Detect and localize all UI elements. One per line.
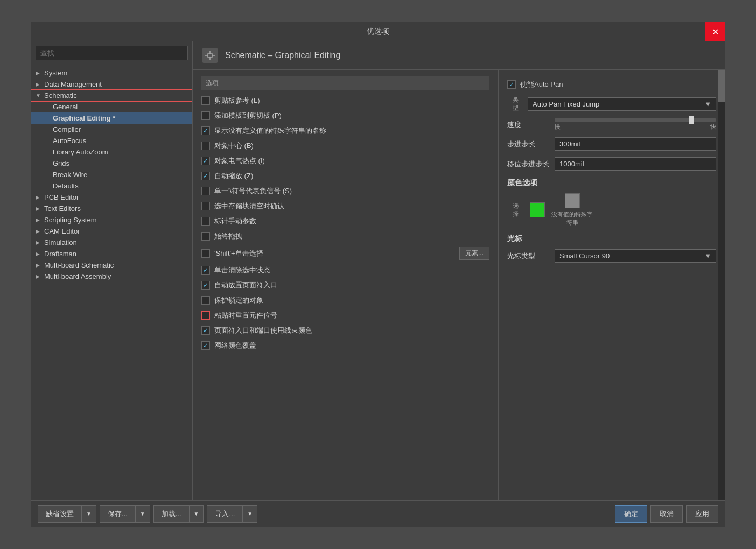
type-row: 类型 Auto Pan Fixed Jump ▼ <box>507 93 716 115</box>
elements-button[interactable]: 元素... <box>459 247 489 260</box>
option-row-shift-click: 'Shift'+单击选择元素... <box>201 244 489 263</box>
sidebar-item-compiler[interactable]: Compiler <box>31 124 192 135</box>
bottom-bar: 缺省设置 ▼ 保存... ▼ 加载... ▼ 导入... ▼ 确定 取消 应用 <box>31 500 725 527</box>
option-label-always-drag: 始终拖拽 <box>214 231 242 241</box>
option-label-auto-place: 自动放置页面符入口 <box>214 280 277 290</box>
section1-header: 选项 <box>201 76 489 90</box>
option-row-auto-zoom: 自动缩放 (Z) <box>201 168 489 184</box>
checkbox-clipboard-ref[interactable] <box>201 96 210 105</box>
option-row-clipboard-ref: 剪贴板参考 (L) <box>201 93 489 108</box>
import-arrow[interactable]: ▼ <box>242 505 257 523</box>
settings-scrollbar[interactable] <box>718 70 725 500</box>
content-header: Schematic – Graphical Editing <box>193 41 725 70</box>
load-arrow[interactable]: ▼ <box>189 505 204 523</box>
checkbox-object-center[interactable] <box>201 142 210 150</box>
dialog-body: ▶System▶Data Management▼SchematicGeneral… <box>31 41 725 500</box>
cursor-type-dropdown[interactable]: Small Cursor 90 ▼ <box>555 249 716 263</box>
sidebar-item-pcb-editor[interactable]: ▶PCB Editor <box>31 192 192 203</box>
checkbox-object-hotspot[interactable] <box>201 157 210 165</box>
tree: ▶System▶Data Management▼SchematicGeneral… <box>31 65 192 500</box>
cursor-section-title: 光标 <box>507 230 716 246</box>
ok-button[interactable]: 确定 <box>615 505 647 523</box>
checkbox-paste-reset[interactable] <box>201 311 210 320</box>
move-step-input[interactable] <box>555 157 716 171</box>
checkbox-port-color[interactable] <box>201 326 210 335</box>
content-body: 选项 剪贴板参考 (L)添加模板到剪切板 (P)显示没有定义值的特殊字符串的名称… <box>193 70 725 500</box>
default-settings-arrow[interactable]: ▼ <box>81 505 96 523</box>
sidebar-item-multiboard-schematic[interactable]: ▶Multi-board Schematic <box>31 259 192 271</box>
title-bar: 优选项 ✕ <box>31 22 725 41</box>
checkbox-add-template[interactable] <box>201 111 210 120</box>
cancel-button[interactable]: 取消 <box>650 505 683 523</box>
sidebar-item-autofocus[interactable]: AutoFocus <box>31 135 192 146</box>
sidebar-item-defaults[interactable]: Defaults <box>31 180 192 192</box>
option-row-protect-locked: 保护锁定的对象 <box>201 293 489 308</box>
sidebar-item-scripting-system[interactable]: ▶Scripting System <box>31 214 192 226</box>
speed-row: 速度 慢 快 <box>507 115 716 134</box>
sidebar-item-break-wire[interactable]: Break Wire <box>31 169 192 180</box>
step-label: 步进步长 <box>507 139 550 149</box>
preferences-dialog: 优选项 ✕ ▶System▶Data Management▼SchematicG… <box>31 22 725 527</box>
sidebar-item-text-editors[interactable]: ▶Text Editors <box>31 203 192 214</box>
move-step-row: 移位步进步长 <box>507 154 716 174</box>
search-input[interactable] <box>36 46 188 60</box>
sidebar-item-general[interactable]: General <box>31 101 192 112</box>
checkbox-auto-zoom[interactable] <box>201 172 210 180</box>
checkbox-protect-locked[interactable] <box>201 296 210 305</box>
load-split-btn: 加载... ▼ <box>153 505 204 523</box>
move-step-label: 移位步进步长 <box>507 159 550 169</box>
select-color-swatch[interactable] <box>530 202 545 217</box>
save-button[interactable]: 保存... <box>100 505 135 523</box>
default-settings-button[interactable]: 缺省设置 <box>38 505 81 523</box>
speed-slider-track[interactable] <box>555 118 716 122</box>
sidebar-item-grids[interactable]: Grids <box>31 158 192 169</box>
speed-slider-container: 慢 快 <box>555 118 716 131</box>
sidebar-item-schematic[interactable]: ▼Schematic <box>31 90 192 101</box>
option-row-port-color: 页面符入口和端口使用线束颜色 <box>201 323 489 338</box>
default-settings-split-btn: 缺省设置 ▼ <box>38 505 96 523</box>
import-button[interactable]: 导入... <box>207 505 242 523</box>
sidebar: ▶System▶Data Management▼SchematicGeneral… <box>31 41 193 500</box>
checkbox-always-drag[interactable] <box>201 232 210 241</box>
no-value-color-item: 没有值的特殊字符串 <box>551 193 593 227</box>
cursor-type-row: 光标类型 Small Cursor 90 ▼ <box>507 246 716 266</box>
no-value-label: 没有值的特殊字符串 <box>551 210 593 227</box>
select-color-item <box>530 202 545 217</box>
sidebar-item-cam-editor[interactable]: ▶CAM Editor <box>31 226 192 237</box>
checkbox-bar-symbol[interactable] <box>201 187 210 195</box>
step-input[interactable] <box>555 137 716 151</box>
option-label-add-template: 添加模板到剪切板 (P) <box>214 111 282 121</box>
checkbox-show-special[interactable] <box>201 126 210 135</box>
sidebar-item-graphical-editing[interactable]: Graphical Editing * <box>31 112 192 124</box>
checkbox-confirm-clear[interactable] <box>201 202 210 210</box>
sidebar-item-draftsman[interactable]: ▶Draftsman <box>31 248 192 259</box>
search-bar <box>31 41 192 65</box>
auto-pan-checkbox[interactable] <box>507 80 516 89</box>
sidebar-item-simulation[interactable]: ▶Simulation <box>31 237 192 248</box>
scrollbar-thumb[interactable] <box>718 70 725 102</box>
sidebar-item-multiboard-assembly[interactable]: ▶Multi-board Assembly <box>31 271 192 282</box>
dropdown-arrow: ▼ <box>704 100 711 108</box>
settings-panel: 使能Auto Pan 类型 Auto Pan Fixed Jump ▼ 速度 <box>499 70 725 500</box>
option-label-net-color: 网络颜色覆盖 <box>214 341 256 350</box>
load-button[interactable]: 加载... <box>153 505 189 523</box>
checkbox-manual-param[interactable] <box>201 217 210 226</box>
option-row-auto-place: 自动放置页面符入口 <box>201 278 489 293</box>
apply-button[interactable]: 应用 <box>686 505 718 523</box>
checkbox-shift-click[interactable] <box>201 249 210 258</box>
checkbox-net-color[interactable] <box>201 341 210 350</box>
option-row-net-color: 网络颜色覆盖 <box>201 338 489 353</box>
close-button[interactable]: ✕ <box>705 22 725 41</box>
sidebar-item-system[interactable]: ▶System <box>31 67 192 79</box>
checkbox-auto-place[interactable] <box>201 281 210 290</box>
save-arrow[interactable]: ▼ <box>135 505 150 523</box>
option-label-confirm-clear: 选中存储块清空时确认 <box>214 201 284 211</box>
checkbox-click-clear[interactable] <box>201 266 210 274</box>
type-label: 类型 <box>507 96 523 112</box>
auto-pan-label: 使能Auto Pan <box>520 80 563 89</box>
auto-pan-type-dropdown[interactable]: Auto Pan Fixed Jump ▼ <box>528 97 716 111</box>
sidebar-item-library-autozoom[interactable]: Library AutoZoom <box>31 146 192 158</box>
sidebar-item-data-management[interactable]: ▶Data Management <box>31 79 192 90</box>
no-value-color-swatch[interactable] <box>565 193 580 208</box>
option-row-add-template: 添加模板到剪切板 (P) <box>201 108 489 123</box>
